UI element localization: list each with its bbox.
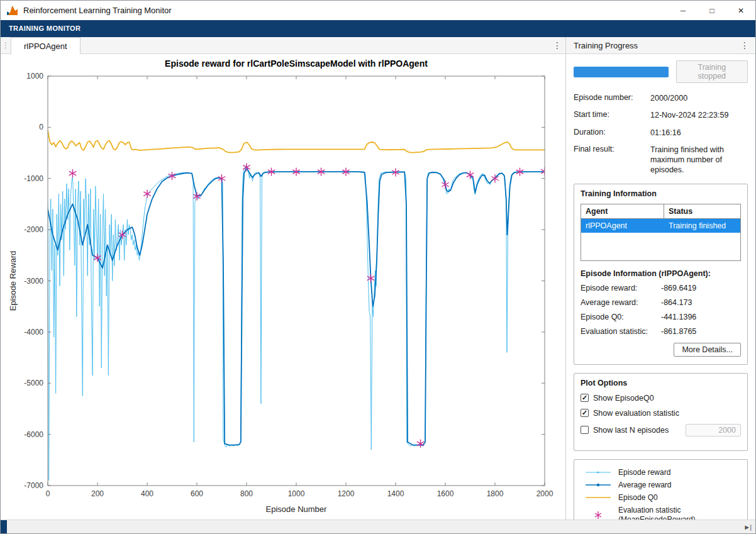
minimize-icon[interactable]: ─	[669, 1, 698, 20]
episode-information-title: Episode Information (rlPPOAgent):	[581, 269, 741, 278]
svg-text:800: 800	[240, 489, 253, 498]
episode-q0-row: Episode Q0: -441.1396	[581, 313, 741, 321]
legend-label: Average reward	[618, 481, 672, 490]
episode-q0-line-icon	[578, 494, 618, 501]
episode-number-label: Episode number:	[574, 93, 650, 102]
reward-chart: Episode reward for rlCartPoleSimscapeMod…	[1, 54, 565, 520]
main-area: Episode reward for rlCartPoleSimscapeMod…	[1, 54, 755, 520]
svg-text:1400: 1400	[387, 489, 404, 498]
episode-number-value: 2000/2000	[650, 93, 748, 103]
last-n-episodes-input[interactable]	[686, 424, 741, 437]
chart-legend-panel: Episode reward Average reward	[574, 459, 748, 520]
svg-text:Episode Reward: Episode Reward	[8, 251, 18, 311]
checkbox-icon[interactable]	[581, 409, 589, 417]
window-title: Reinforcement Learning Training Monitor	[23, 6, 172, 15]
svg-text:200: 200	[91, 489, 104, 498]
start-time-label: Start time:	[574, 110, 650, 119]
training-progress-fill	[574, 67, 669, 77]
average-reward-value: -864.173	[661, 298, 692, 307]
training-stopped-button[interactable]: Training stopped	[676, 60, 748, 83]
svg-text:-2000: -2000	[24, 225, 43, 234]
episode-q0-value: -441.1396	[661, 313, 696, 321]
episode-number-row: Episode number: 2000/2000	[574, 93, 748, 103]
svg-text:-4000: -4000	[24, 328, 43, 337]
more-details-button[interactable]: More Details...	[674, 343, 741, 357]
plot-options-title: Plot Options	[581, 379, 741, 387]
tab-rlppoagent[interactable]: rlPPOAgent	[11, 37, 81, 54]
document-tab-strip: ⋮ rlPPOAgent ⋮	[1, 37, 566, 53]
svg-text:0: 0	[39, 123, 43, 131]
training-progress-title: Training Progress	[574, 41, 638, 50]
checkbox-icon[interactable]	[581, 394, 589, 402]
svg-text:Episode Number: Episode Number	[266, 504, 327, 514]
close-icon[interactable]: ✕	[726, 1, 755, 20]
progress-row: Training stopped	[574, 60, 748, 83]
average-reward-label: Average reward:	[581, 298, 661, 307]
maximize-icon[interactable]: □	[698, 1, 726, 20]
evaluation-statistic-label: Evaluation statistic:	[581, 327, 661, 336]
toolstrip-tab-training-monitor[interactable]: TRAINING MONITOR	[1, 20, 89, 37]
average-reward-line-icon	[578, 482, 618, 488]
legend-label: Episode reward	[618, 468, 670, 477]
duration-value: 01:16:16	[650, 128, 748, 138]
chart-panel: Episode reward for rlCartPoleSimscapeMod…	[1, 54, 566, 520]
average-reward-row: Average reward: -864.173	[581, 298, 741, 307]
svg-text:1600: 1600	[437, 489, 454, 498]
episode-reward-value: -869.6419	[661, 284, 696, 292]
window-controls: ─ □ ✕	[669, 1, 755, 20]
svg-text:-5000: -5000	[24, 379, 43, 387]
svg-text:1000: 1000	[288, 489, 305, 498]
svg-text:400: 400	[141, 489, 153, 498]
tab-row: ⋮ rlPPOAgent ⋮ Training Progress ⋮	[1, 37, 755, 54]
document-tab-menu-icon[interactable]: ⋮	[549, 37, 565, 53]
duration-row: Duration: 01:16:16	[574, 128, 748, 138]
evaluation-statistic-value: -861.8765	[661, 327, 696, 336]
plot-options-card: Plot Options Show EpisodeQ0 Show evaluat…	[574, 373, 748, 451]
evaluation-statistic-asterisk-icon	[578, 510, 618, 520]
status-accent-block	[1, 520, 7, 533]
svg-text:-3000: -3000	[24, 277, 43, 286]
more-details-row: More Details...	[581, 343, 741, 357]
legend-label: Episode Q0	[618, 493, 658, 503]
svg-text:-1000: -1000	[24, 174, 43, 183]
statusbar-expand-icon[interactable]: ►|	[743, 523, 751, 531]
tab-label: rlPPOAgent	[24, 42, 67, 51]
svg-text:-7000: -7000	[24, 481, 43, 490]
final-result-row: Final result: Training finished with max…	[574, 145, 748, 175]
episode-reward-row: Episode reward: -869.6419	[581, 284, 741, 292]
legend-item-episode-reward: Episode reward	[578, 468, 743, 477]
tab-drag-handle-icon[interactable]: ⋮	[1, 37, 11, 53]
show-last-n-episodes-label: Show last N episodes	[593, 426, 669, 435]
agent-column-header: Agent	[581, 204, 664, 218]
training-progress-header: Training Progress ⋮	[566, 37, 755, 53]
show-evaluation-statistic-label: Show evaluation statistic	[593, 409, 679, 418]
episode-reward-line-icon	[578, 469, 618, 476]
legend-item-evaluation-statistic: Evaluation statistic (MeanEpisodeReward)	[578, 506, 743, 520]
duration-label: Duration:	[574, 128, 650, 136]
agent-status-table: Agent Status rlPPOAgent Training finishe…	[581, 204, 741, 261]
table-row[interactable]: rlPPOAgent Training finished	[581, 219, 740, 233]
svg-text:1800: 1800	[487, 489, 504, 498]
legend-label: Evaluation statistic (MeanEpisodeReward)	[618, 506, 696, 520]
start-time-value: 12-Nov-2024 22:23:59	[650, 110, 748, 120]
app-window: Reinforcement Learning Training Monitor …	[0, 0, 756, 534]
titlebar: Reinforcement Learning Training Monitor …	[1, 1, 755, 20]
show-episodeq0-label: Show EpisodeQ0	[593, 394, 654, 403]
checkbox-icon[interactable]	[581, 426, 589, 434]
training-information-title: Training Information	[581, 189, 741, 198]
legend-item-episode-q0: Episode Q0	[578, 493, 743, 503]
legend-item-average-reward: Average reward	[578, 481, 743, 490]
training-progress-menu-icon[interactable]: ⋮	[737, 40, 753, 50]
training-progress-bar	[574, 67, 669, 77]
svg-text:0: 0	[46, 489, 50, 498]
show-episodeq0-checkbox[interactable]: Show EpisodeQ0	[581, 394, 741, 403]
episode-q0-label: Episode Q0:	[581, 313, 661, 321]
final-result-label: Final result:	[574, 145, 650, 153]
svg-text:1000: 1000	[26, 72, 43, 81]
evaluation-statistic-row: Evaluation statistic: -861.8765	[581, 327, 741, 336]
show-last-n-episodes-checkbox[interactable]: Show last N episodes	[581, 424, 741, 437]
agent-cell: rlPPOAgent	[581, 219, 664, 233]
training-progress-panel: Training stopped Episode number: 2000/20…	[566, 54, 755, 520]
training-information-card: Training Information Agent Status rlPPOA…	[574, 184, 748, 365]
show-evaluation-statistic-checkbox[interactable]: Show evaluation statistic	[581, 409, 741, 418]
